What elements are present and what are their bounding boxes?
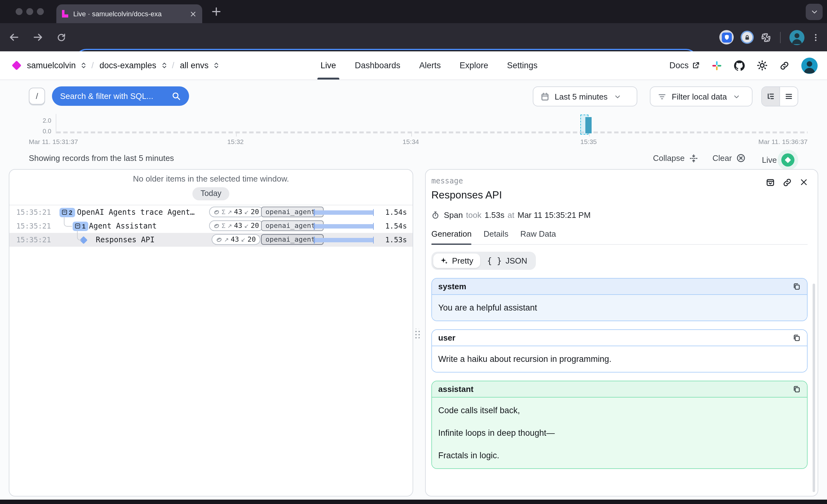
view-mode-toggle (761, 86, 798, 106)
password-manager-extension-icon[interactable] (741, 31, 754, 44)
theme-sun-icon[interactable] (757, 60, 768, 71)
table-row-trace[interactable]: 15:35:21 1 Agent Assistant Σ ↗ 43 ↙ 20 o… (9, 219, 412, 233)
token-count-pill: ↗ 43 ↙ 20 (211, 234, 260, 245)
tab-list-button[interactable] (806, 4, 823, 20)
panel-scrollbar[interactable] (813, 284, 815, 492)
meta-at-word: at (508, 210, 515, 220)
span-detail-panel: message Responses API Span took 1 (425, 169, 818, 497)
time-range-label: Last 5 minutes (555, 92, 607, 101)
tokens-in-arrow-icon: ↗ (227, 209, 232, 215)
collapse-badge[interactable]: 2 (59, 208, 75, 217)
share-link-icon[interactable] (779, 60, 789, 70)
collapse-label: Collapse (653, 153, 685, 163)
tokens-out: 20 (251, 208, 259, 216)
docs-link[interactable]: Docs (669, 61, 700, 70)
close-window-button[interactable] (16, 8, 22, 15)
today-chip[interactable]: Today (193, 187, 230, 200)
breadcrumb-separator: / (91, 61, 94, 70)
table-row-trace[interactable]: 15:35:21 2 OpenAI Agents trace Agent… Σ … (9, 205, 412, 219)
browser-profile-avatar[interactable] (789, 30, 805, 45)
token-coin-icon (213, 222, 220, 229)
x-label-end: Mar 11. 15:36:37 (759, 138, 808, 145)
env-selector[interactable]: all envs (180, 61, 209, 70)
x-label-1535: 15:35 (580, 138, 597, 145)
haiku-line: Fractals in logic. (438, 451, 801, 460)
collapse-badge[interactable]: 1 (72, 221, 88, 231)
sigma-total-icon: Σ (222, 222, 225, 229)
tab-generation[interactable]: Generation (431, 229, 472, 244)
tree-view-button[interactable] (762, 87, 779, 106)
filter-local-label: Filter local data (672, 92, 727, 101)
stopwatch-icon (431, 211, 439, 219)
tab-explore[interactable]: Explore (459, 51, 488, 80)
browser-tab[interactable]: Live · samuelcolvin/docs-exa (56, 4, 202, 23)
close-panel-icon[interactable] (799, 178, 808, 187)
main-nav: Live Dashboards Alerts Explore Settings (321, 51, 537, 80)
message-card-assistant: assistant Code calls itself back, Infini… (431, 381, 808, 469)
copy-icon[interactable] (792, 334, 801, 342)
child-count: 1 (82, 222, 86, 230)
project-selector[interactable]: docs-examples (100, 61, 156, 70)
tokens-in-arrow-icon: ↗ (224, 236, 229, 243)
forward-button[interactable] (33, 32, 43, 43)
panel-resize-handle[interactable] (414, 329, 420, 339)
collapse-button[interactable]: Collapse (653, 153, 698, 163)
zoom-window-button[interactable] (37, 8, 44, 15)
duration-label: 1.54s (385, 208, 407, 217)
filter-local-data-dropdown[interactable]: Filter local data (650, 86, 752, 106)
clear-label: Clear (713, 153, 732, 163)
list-view-button[interactable] (779, 87, 797, 106)
reload-button[interactable] (56, 32, 66, 42)
tab-live[interactable]: Live (321, 51, 336, 80)
row-timestamp: 15:35:21 (16, 222, 51, 231)
slack-icon[interactable] (712, 60, 722, 70)
clear-button[interactable]: Clear (713, 153, 746, 163)
tab-dashboards[interactable]: Dashboards (355, 51, 401, 80)
archive-span-icon[interactable] (766, 178, 775, 187)
pretty-label: Pretty (452, 256, 473, 265)
window-bottom-edge (0, 500, 827, 504)
tokens-in: 43 (234, 208, 242, 216)
live-toggle[interactable]: Live (762, 153, 794, 166)
search-filter-button[interactable]: Search & filter with SQL... (52, 86, 189, 106)
app-header: samuelcolvin / docs-examples / all envs … (0, 51, 827, 80)
github-icon[interactable] (734, 60, 745, 71)
table-row-trace-selected[interactable]: 15:35:21 Responses API ↗ 43 ↙ 20 openai_… (9, 233, 412, 247)
pretty-toggle-button[interactable]: Pretty (433, 254, 480, 268)
tokens-in-arrow-icon: ↗ (227, 222, 232, 229)
tab-settings[interactable]: Settings (507, 51, 538, 80)
x-axis-baseline (56, 132, 808, 133)
copy-icon[interactable] (792, 282, 801, 291)
timeline-bar[interactable] (585, 117, 592, 133)
back-button[interactable] (9, 32, 19, 43)
breadcrumb-separator: / (172, 61, 174, 70)
tab-close-icon[interactable] (190, 10, 197, 17)
logfire-logo (12, 60, 21, 70)
json-toggle-button[interactable]: { } JSON (480, 254, 534, 268)
tokens-out: 20 (248, 236, 256, 244)
haiku-line: Code calls itself back, (438, 406, 801, 415)
copy-icon[interactable] (792, 385, 801, 393)
tab-raw-data[interactable]: Raw Data (520, 229, 556, 244)
copy-link-icon[interactable] (783, 178, 792, 187)
collapse-icon (689, 154, 698, 162)
env-selector-chevrons-icon[interactable] (214, 62, 218, 69)
org-selector[interactable]: samuelcolvin (27, 61, 76, 70)
tab-alerts[interactable]: Alerts (419, 51, 441, 80)
calendar-icon (540, 92, 550, 101)
extensions-puzzle-icon[interactable] (761, 32, 771, 43)
span-title: Responses API (431, 189, 808, 201)
project-selector-chevrons-icon[interactable] (162, 62, 166, 69)
span-name: OpenAI Agents trace Agent… (77, 208, 195, 217)
new-tab-button[interactable] (211, 6, 222, 17)
time-range-dropdown[interactable]: Last 5 minutes (533, 86, 637, 106)
user-avatar[interactable] (801, 57, 818, 73)
bitwarden-extension-icon[interactable] (719, 30, 734, 44)
org-selector-chevrons-icon[interactable] (81, 62, 86, 69)
tab-details[interactable]: Details (484, 229, 509, 244)
slash-shortcut-key[interactable]: / (29, 88, 45, 105)
minimize-window-button[interactable] (26, 8, 33, 15)
external-link-icon (692, 61, 700, 69)
browser-menu-icon[interactable] (811, 33, 820, 42)
render-mode-toggle: Pretty { } JSON (431, 252, 536, 270)
